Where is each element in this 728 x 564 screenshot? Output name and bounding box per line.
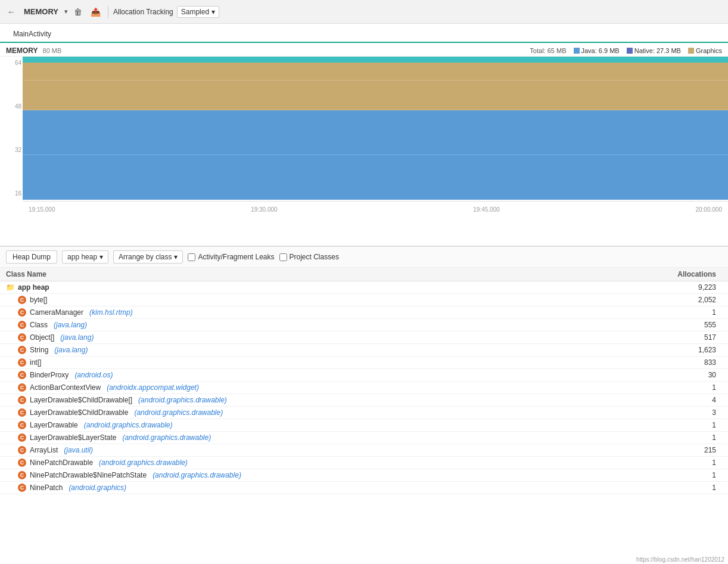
delete-button[interactable]: 🗑 [71, 6, 85, 18]
table-row[interactable]: CNinePatchDrawable(android.graphics.draw… [0, 457, 728, 469]
row-alloc: 9,223 [651, 283, 722, 292]
class-icon: C [18, 358, 26, 367]
class-icon: C [18, 471, 26, 479]
row-class-name: LayerDrawable$ChildDrawable [30, 408, 128, 417]
table-row[interactable]: CLayerDrawable$ChildDrawable[](android.g… [0, 394, 728, 407]
memory-mb-label: 80 MB [43, 47, 62, 54]
y-axis: 64 48 32 16 [0, 57, 24, 200]
main-toolbar: ← MEMORY ▾ 🗑 📤 Allocation Tracking Sampl… [0, 0, 728, 24]
heap-dropdown[interactable]: app heap ▾ [62, 250, 108, 264]
class-icon: C [18, 371, 26, 379]
tab-bar: MainActivity [0, 24, 728, 43]
table-row[interactable]: CLayerDrawable(android.graphics.drawable… [0, 419, 728, 432]
class-icon: C [18, 308, 26, 317]
row-class-pkg: (java.util) [64, 446, 93, 454]
chart-area: 64 48 32 16 19:15.000 19:30.000 19:45.00… [0, 57, 728, 218]
row-class-pkg: (android.graphics.drawable) [138, 396, 227, 404]
native-legend: Native: 27.3 MB [627, 47, 681, 54]
col-alloc-header: Allocations [651, 270, 722, 278]
project-classes-checkbox[interactable] [279, 253, 287, 261]
row-class-name: int[] [30, 358, 41, 367]
activity-checkbox-group[interactable]: Activity/Fragment Leaks [188, 253, 274, 261]
row-class-name: CameraManager [30, 308, 83, 317]
class-icon: C [18, 433, 26, 442]
bottom-panel: Heap Dump app heap ▾ Arrange by class ▾ … [0, 246, 728, 564]
back-button[interactable]: ← [5, 6, 18, 18]
row-alloc: 2,052 [651, 296, 722, 304]
folder-icon: 📁 [6, 283, 14, 292]
toolbar-divider [108, 6, 108, 18]
row-class-name: app heap [18, 283, 49, 292]
class-icon: C [18, 458, 26, 467]
java-legend: Java: 6.9 MB [574, 47, 620, 54]
table-row[interactable]: CNinePatch(android.graphics)1 [0, 482, 728, 494]
memory-chart-title: MEMORY [6, 47, 38, 55]
row-class-name: LayerDrawable$ChildDrawable[] [30, 396, 132, 404]
table-row[interactable]: CCameraManager(kim.hsl.rtmp)1 [0, 306, 728, 319]
table-row[interactable]: Cbyte[]2,052 [0, 294, 728, 306]
project-classes-label: Project Classes [290, 253, 339, 261]
row-class-pkg: (androidx.appcompat.widget) [107, 383, 199, 392]
heap-dropdown-label: app heap [67, 253, 97, 261]
class-icon: C [18, 321, 26, 329]
arrange-dropdown[interactable]: Arrange by class ▾ [113, 250, 183, 264]
row-alloc: 30 [651, 371, 722, 379]
row-alloc: 1 [651, 433, 722, 442]
table-row[interactable]: CLayerDrawable$LayerState(android.graphi… [0, 432, 728, 444]
grid-line-3 [23, 80, 728, 80]
table-row[interactable]: 📁app heap9,223 [0, 281, 728, 294]
watermark: https://blog.csdn.net/han1202012 [636, 556, 724, 563]
activity-checkbox[interactable] [188, 253, 195, 261]
java-legend-dot [574, 48, 580, 54]
grid-line-1 [23, 154, 728, 155]
row-class-pkg: (java.lang) [54, 346, 88, 354]
arrange-dropdown-label: Arrange by class [119, 253, 172, 261]
row-alloc: 1 [651, 383, 722, 392]
table-row[interactable]: CArrayList(java.util)215 [0, 444, 728, 457]
row-alloc: 555 [651, 321, 722, 329]
table-row[interactable]: CNinePatchDrawable$NinePatchState(androi… [0, 469, 728, 482]
heap-dump-button[interactable]: Heap Dump [6, 250, 57, 264]
arrange-dropdown-chevron: ▾ [174, 253, 178, 261]
row-class-pkg: (android.graphics.drawable) [84, 421, 173, 429]
row-alloc: 1 [651, 484, 722, 492]
row-alloc: 833 [651, 358, 722, 367]
table-row[interactable]: CBinderProxy(android.os)30 [0, 369, 728, 382]
memory-header: MEMORY 80 MB Total: 65 MB Java: 6.9 MB N… [0, 43, 728, 57]
project-classes-checkbox-group[interactable]: Project Classes [279, 253, 339, 261]
row-alloc: 1 [651, 471, 722, 479]
table-row[interactable]: Cint[]833 [0, 357, 728, 369]
memory-label: MEMORY [21, 7, 61, 16]
y-label-48: 48 [0, 103, 24, 110]
sampled-dropdown[interactable]: Sampled ▾ [177, 6, 219, 18]
class-icon: C [18, 484, 26, 492]
row-alloc: 3 [651, 408, 722, 417]
row-class-pkg: (android.graphics) [69, 484, 126, 492]
table-row[interactable]: CString(java.lang)1,623 [0, 344, 728, 357]
graphics-legend-dot [688, 48, 694, 54]
memory-panel: MEMORY 80 MB Total: 65 MB Java: 6.9 MB N… [0, 43, 728, 246]
sampled-label: Sampled [181, 8, 209, 16]
row-class-name: NinePatchDrawable [30, 458, 93, 467]
y-label-16: 16 [0, 190, 24, 197]
table-row[interactable]: CObject[](java.lang)517 [0, 331, 728, 344]
table-row[interactable]: CActionBarContextView(androidx.appcompat… [0, 382, 728, 394]
row-class-pkg: (android.graphics.drawable) [122, 433, 211, 442]
x-label-1: 19:30.000 [251, 206, 278, 213]
row-alloc: 4 [651, 396, 722, 404]
y-label-64: 64 [0, 60, 24, 66]
row-class-name: LayerDrawable$LayerState [30, 433, 116, 442]
allocation-tracking-label: Allocation Tracking [113, 8, 173, 16]
row-class-pkg: (android.graphics.drawable) [99, 458, 188, 467]
table-row[interactable]: CClass(java.lang)555 [0, 319, 728, 331]
row-class-name: Object[] [30, 333, 54, 342]
x-label-2: 19:45.000 [473, 206, 500, 213]
row-class-pkg: (android.graphics.drawable) [153, 471, 241, 479]
export-button[interactable]: 📤 [88, 6, 103, 18]
class-icon: C [18, 408, 26, 417]
table-row[interactable]: CLayerDrawable$ChildDrawable(android.gra… [0, 407, 728, 419]
class-icon: C [18, 333, 26, 342]
memory-dropdown-arrow[interactable]: ▾ [64, 8, 68, 16]
tab-main-activity[interactable]: MainActivity [6, 26, 58, 43]
x-label-3: 20:00.000 [695, 206, 722, 213]
